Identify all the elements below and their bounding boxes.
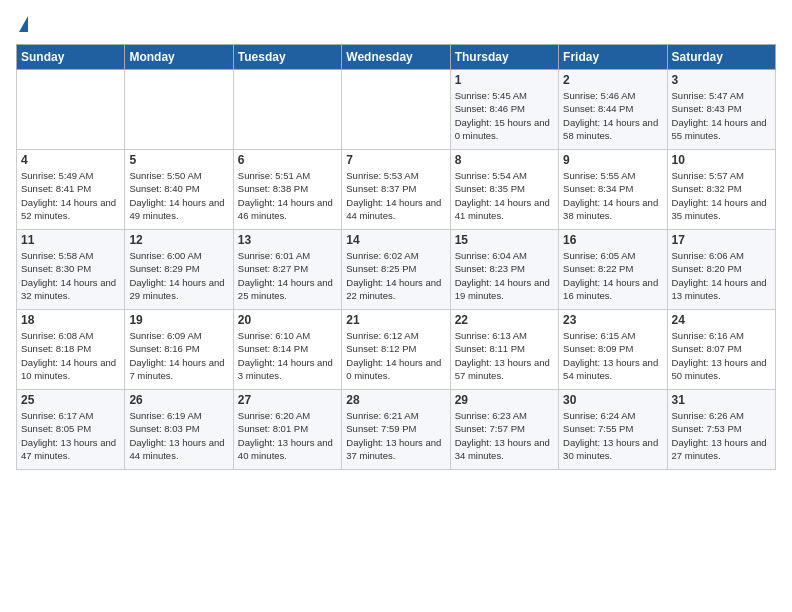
sunset-text: Sunset: 8:46 PM <box>455 103 525 114</box>
calendar-table: SundayMondayTuesdayWednesdayThursdayFrid… <box>16 44 776 470</box>
sunset-text: Sunset: 8:43 PM <box>672 103 742 114</box>
daylight-text: Daylight: 14 hours and 38 minutes. <box>563 197 658 221</box>
calendar-cell: 14Sunrise: 6:02 AMSunset: 8:25 PMDayligh… <box>342 230 450 310</box>
daylight-text: Daylight: 13 hours and 30 minutes. <box>563 437 658 461</box>
calendar-cell: 15Sunrise: 6:04 AMSunset: 8:23 PMDayligh… <box>450 230 558 310</box>
calendar-cell: 2Sunrise: 5:46 AMSunset: 8:44 PMDaylight… <box>559 70 667 150</box>
day-info: Sunrise: 6:08 AMSunset: 8:18 PMDaylight:… <box>21 329 120 382</box>
sunrise-text: Sunrise: 6:01 AM <box>238 250 310 261</box>
daylight-text: Daylight: 14 hours and 52 minutes. <box>21 197 116 221</box>
day-info: Sunrise: 6:19 AMSunset: 8:03 PMDaylight:… <box>129 409 228 462</box>
sunrise-text: Sunrise: 6:23 AM <box>455 410 527 421</box>
calendar-week-2: 11Sunrise: 5:58 AMSunset: 8:30 PMDayligh… <box>17 230 776 310</box>
sunset-text: Sunset: 7:53 PM <box>672 423 742 434</box>
day-info: Sunrise: 5:45 AMSunset: 8:46 PMDaylight:… <box>455 89 554 142</box>
calendar-cell: 9Sunrise: 5:55 AMSunset: 8:34 PMDaylight… <box>559 150 667 230</box>
day-info: Sunrise: 5:55 AMSunset: 8:34 PMDaylight:… <box>563 169 662 222</box>
sunrise-text: Sunrise: 5:50 AM <box>129 170 201 181</box>
sunrise-text: Sunrise: 6:05 AM <box>563 250 635 261</box>
day-number: 3 <box>672 73 771 87</box>
day-info: Sunrise: 6:01 AMSunset: 8:27 PMDaylight:… <box>238 249 337 302</box>
daylight-text: Daylight: 14 hours and 55 minutes. <box>672 117 767 141</box>
calendar-week-4: 25Sunrise: 6:17 AMSunset: 8:05 PMDayligh… <box>17 390 776 470</box>
calendar-cell: 3Sunrise: 5:47 AMSunset: 8:43 PMDaylight… <box>667 70 775 150</box>
day-info: Sunrise: 5:46 AMSunset: 8:44 PMDaylight:… <box>563 89 662 142</box>
day-number: 22 <box>455 313 554 327</box>
sunrise-text: Sunrise: 6:12 AM <box>346 330 418 341</box>
sunset-text: Sunset: 8:37 PM <box>346 183 416 194</box>
day-info: Sunrise: 5:50 AMSunset: 8:40 PMDaylight:… <box>129 169 228 222</box>
sunrise-text: Sunrise: 5:47 AM <box>672 90 744 101</box>
calendar-cell <box>342 70 450 150</box>
sunrise-text: Sunrise: 6:17 AM <box>21 410 93 421</box>
day-number: 4 <box>21 153 120 167</box>
sunset-text: Sunset: 8:35 PM <box>455 183 525 194</box>
sunrise-text: Sunrise: 5:53 AM <box>346 170 418 181</box>
sunset-text: Sunset: 8:20 PM <box>672 263 742 274</box>
logo-triangle-icon <box>19 16 28 32</box>
day-number: 11 <box>21 233 120 247</box>
daylight-text: Daylight: 13 hours and 50 minutes. <box>672 357 767 381</box>
daylight-text: Daylight: 14 hours and 19 minutes. <box>455 277 550 301</box>
sunrise-text: Sunrise: 5:57 AM <box>672 170 744 181</box>
day-number: 19 <box>129 313 228 327</box>
day-number: 26 <box>129 393 228 407</box>
sunrise-text: Sunrise: 6:04 AM <box>455 250 527 261</box>
day-info: Sunrise: 6:20 AMSunset: 8:01 PMDaylight:… <box>238 409 337 462</box>
day-number: 2 <box>563 73 662 87</box>
daylight-text: Daylight: 14 hours and 35 minutes. <box>672 197 767 221</box>
calendar-cell: 17Sunrise: 6:06 AMSunset: 8:20 PMDayligh… <box>667 230 775 310</box>
day-info: Sunrise: 5:58 AMSunset: 8:30 PMDaylight:… <box>21 249 120 302</box>
calendar-cell: 8Sunrise: 5:54 AMSunset: 8:35 PMDaylight… <box>450 150 558 230</box>
day-info: Sunrise: 6:16 AMSunset: 8:07 PMDaylight:… <box>672 329 771 382</box>
sunset-text: Sunset: 7:57 PM <box>455 423 525 434</box>
daylight-text: Daylight: 13 hours and 44 minutes. <box>129 437 224 461</box>
calendar-cell: 26Sunrise: 6:19 AMSunset: 8:03 PMDayligh… <box>125 390 233 470</box>
daylight-text: Daylight: 14 hours and 41 minutes. <box>455 197 550 221</box>
day-info: Sunrise: 6:05 AMSunset: 8:22 PMDaylight:… <box>563 249 662 302</box>
sunset-text: Sunset: 8:05 PM <box>21 423 91 434</box>
daylight-text: Daylight: 14 hours and 10 minutes. <box>21 357 116 381</box>
sunrise-text: Sunrise: 5:49 AM <box>21 170 93 181</box>
calendar-cell: 10Sunrise: 5:57 AMSunset: 8:32 PMDayligh… <box>667 150 775 230</box>
calendar-header-tuesday: Tuesday <box>233 45 341 70</box>
sunrise-text: Sunrise: 6:00 AM <box>129 250 201 261</box>
calendar-cell: 31Sunrise: 6:26 AMSunset: 7:53 PMDayligh… <box>667 390 775 470</box>
calendar-cell: 11Sunrise: 5:58 AMSunset: 8:30 PMDayligh… <box>17 230 125 310</box>
sunset-text: Sunset: 7:55 PM <box>563 423 633 434</box>
daylight-text: Daylight: 14 hours and 46 minutes. <box>238 197 333 221</box>
calendar-body: 1Sunrise: 5:45 AMSunset: 8:46 PMDaylight… <box>17 70 776 470</box>
calendar-week-1: 4Sunrise: 5:49 AMSunset: 8:41 PMDaylight… <box>17 150 776 230</box>
sunset-text: Sunset: 8:18 PM <box>21 343 91 354</box>
sunrise-text: Sunrise: 6:10 AM <box>238 330 310 341</box>
daylight-text: Daylight: 14 hours and 44 minutes. <box>346 197 441 221</box>
sunrise-text: Sunrise: 5:46 AM <box>563 90 635 101</box>
calendar-cell: 22Sunrise: 6:13 AMSunset: 8:11 PMDayligh… <box>450 310 558 390</box>
calendar-cell <box>125 70 233 150</box>
day-info: Sunrise: 6:09 AMSunset: 8:16 PMDaylight:… <box>129 329 228 382</box>
sunrise-text: Sunrise: 5:51 AM <box>238 170 310 181</box>
daylight-text: Daylight: 15 hours and 0 minutes. <box>455 117 550 141</box>
day-info: Sunrise: 6:00 AMSunset: 8:29 PMDaylight:… <box>129 249 228 302</box>
day-info: Sunrise: 6:15 AMSunset: 8:09 PMDaylight:… <box>563 329 662 382</box>
sunrise-text: Sunrise: 6:15 AM <box>563 330 635 341</box>
day-info: Sunrise: 6:13 AMSunset: 8:11 PMDaylight:… <box>455 329 554 382</box>
sunset-text: Sunset: 8:12 PM <box>346 343 416 354</box>
sunset-text: Sunset: 8:38 PM <box>238 183 308 194</box>
calendar-cell: 25Sunrise: 6:17 AMSunset: 8:05 PMDayligh… <box>17 390 125 470</box>
daylight-text: Daylight: 13 hours and 37 minutes. <box>346 437 441 461</box>
sunrise-text: Sunrise: 5:58 AM <box>21 250 93 261</box>
calendar-cell: 7Sunrise: 5:53 AMSunset: 8:37 PMDaylight… <box>342 150 450 230</box>
sunset-text: Sunset: 8:30 PM <box>21 263 91 274</box>
day-number: 30 <box>563 393 662 407</box>
calendar-week-0: 1Sunrise: 5:45 AMSunset: 8:46 PMDaylight… <box>17 70 776 150</box>
sunrise-text: Sunrise: 6:02 AM <box>346 250 418 261</box>
calendar-cell: 19Sunrise: 6:09 AMSunset: 8:16 PMDayligh… <box>125 310 233 390</box>
day-info: Sunrise: 6:21 AMSunset: 7:59 PMDaylight:… <box>346 409 445 462</box>
sunset-text: Sunset: 8:07 PM <box>672 343 742 354</box>
calendar-cell: 20Sunrise: 6:10 AMSunset: 8:14 PMDayligh… <box>233 310 341 390</box>
sunrise-text: Sunrise: 6:06 AM <box>672 250 744 261</box>
day-number: 18 <box>21 313 120 327</box>
day-number: 21 <box>346 313 445 327</box>
sunset-text: Sunset: 8:41 PM <box>21 183 91 194</box>
